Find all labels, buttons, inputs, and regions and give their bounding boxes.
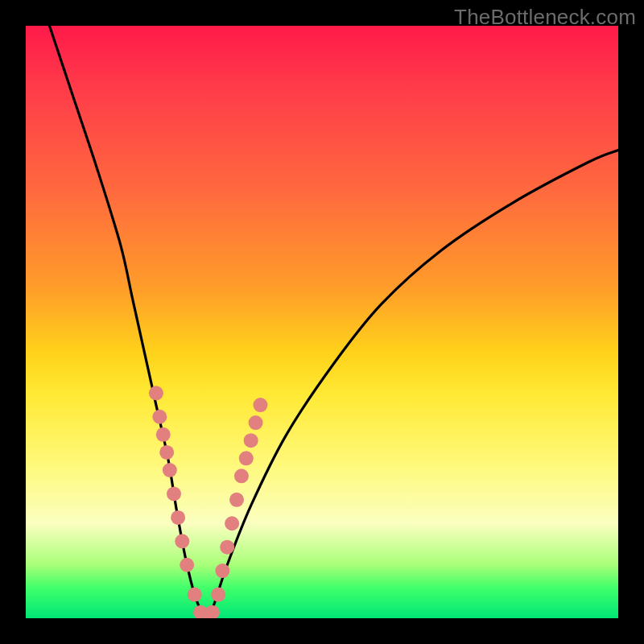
scatter-dot	[225, 516, 239, 530]
scatter-dot	[163, 463, 177, 477]
scatter-dots	[149, 386, 268, 618]
scatter-dot	[220, 540, 234, 555]
scatter-dot	[156, 427, 171, 442]
scatter-dot	[205, 605, 220, 618]
scatter-dot	[152, 410, 167, 424]
scatter-dot	[215, 564, 229, 578]
scatter-dot	[188, 588, 202, 602]
scatter-dot	[167, 486, 181, 501]
scatter-dot	[180, 558, 194, 572]
scatter-dot	[229, 493, 244, 507]
scatter-dot	[253, 398, 267, 412]
scatter-dot	[175, 534, 189, 548]
scatter-dot	[159, 445, 174, 460]
scatter-dot	[211, 588, 225, 602]
scatter-dot	[171, 510, 185, 525]
bottleneck-curve	[49, 26, 618, 617]
scatter-dot	[249, 415, 263, 430]
scatter-dot	[244, 433, 258, 448]
scatter-dot	[149, 386, 163, 400]
chart-svg	[26, 26, 618, 618]
plot-area	[26, 26, 618, 618]
scatter-dot	[234, 469, 249, 483]
scatter-dot	[239, 451, 254, 465]
chart-frame: TheBottleneck.com	[0, 0, 644, 644]
